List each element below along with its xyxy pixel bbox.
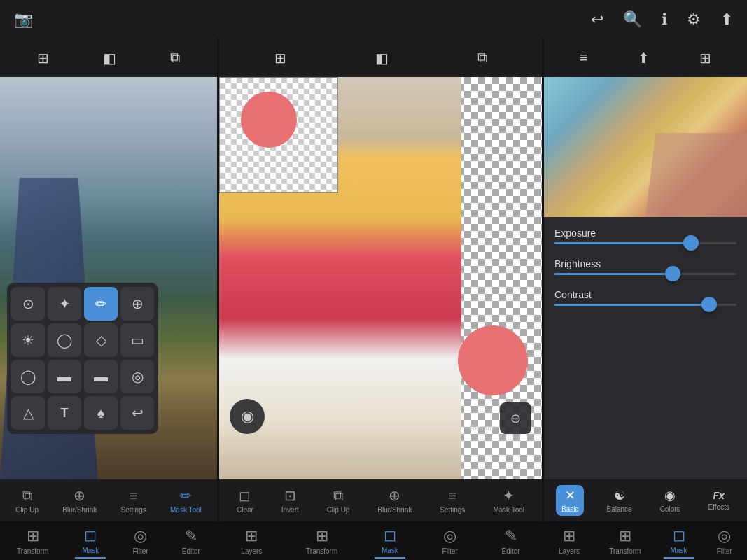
mask-tool-left[interactable]: ✏ Mask Tool — [165, 484, 207, 517]
mask-nav-label: Mask — [382, 547, 398, 554]
left-bottom-toolbar: ⧉ Clip Up ⊕ Blur/Shrink ≡ Settings ✏ Mas… — [0, 479, 217, 522]
clear-label: Clear — [237, 506, 253, 514]
editor-tab-middle[interactable]: ✎ Editor — [495, 524, 527, 558]
camera-icon[interactable]: 📷 — [14, 10, 33, 29]
exposure-track[interactable] — [554, 242, 736, 244]
custom-shape-tool[interactable]: ◇ — [84, 323, 118, 357]
mask-tab-left[interactable]: ◻ Mask — [75, 524, 106, 559]
left-nav-tabs: ⊞ Transform ◻ Mask ◎ Filter ✎ Editor — [0, 522, 217, 560]
editor-nav-icon: ✎ — [505, 527, 517, 545]
brightness-fill — [554, 273, 673, 275]
clip-up-left[interactable]: ⧉ Clip Up — [10, 485, 44, 517]
colors-label: Colors — [660, 505, 680, 513]
settings-middle[interactable]: ≡ Settings — [434, 485, 470, 517]
contrast-track[interactable] — [554, 304, 736, 306]
right-photo — [544, 77, 747, 217]
balance-btn[interactable]: ☯ Balance — [601, 485, 637, 516]
mask-tab-middle[interactable]: ◻ Mask — [375, 524, 405, 559]
effects-label: Effects — [708, 503, 729, 511]
transform-tab-middle[interactable]: ⊞ Transform — [299, 524, 344, 558]
clip-up-middle[interactable]: ⧉ Clip Up — [321, 485, 356, 517]
settings-icon[interactable]: ⚙ — [687, 10, 701, 29]
clear-middle[interactable]: ◻ Clear — [231, 484, 259, 517]
radial-tool[interactable]: ◎ — [120, 360, 154, 393]
editor-icon-left: ✎ — [185, 527, 197, 545]
mask-tool-label-middle: Mask Tool — [493, 506, 524, 514]
basic-btn[interactable]: ✕ Basic — [556, 485, 584, 516]
clip-up-icon-middle: ⧉ — [333, 488, 343, 504]
layer-thumbnail — [219, 77, 338, 192]
filter-tab-left[interactable]: ◎ Filter — [125, 524, 155, 558]
search-icon[interactable]: 🔍 — [623, 10, 642, 29]
invert-label: Invert — [281, 506, 299, 514]
grid-icon-right[interactable]: ⊞ — [696, 46, 715, 70]
settings-label: Settings — [121, 506, 146, 514]
effects-icon: Fx — [713, 490, 725, 501]
mask-tool-middle[interactable]: ✦ Mask Tool — [487, 484, 530, 517]
ellipse-tool[interactable]: ◯ — [11, 360, 45, 393]
filter-label-left: Filter — [132, 547, 148, 555]
filter-tab-middle[interactable]: ◎ Filter — [435, 524, 465, 558]
mask-btn-circle-minus[interactable]: ⊖ — [500, 402, 531, 434]
layers-icon-middle[interactable]: ◧ — [372, 46, 392, 70]
thumb-bg — [220, 78, 337, 192]
share-icon-right[interactable]: ⬆ — [634, 46, 653, 70]
transform-label: Transform — [17, 547, 48, 555]
gradient-tool[interactable]: ☀ — [11, 323, 45, 357]
share-icon[interactable]: ⬆ — [720, 10, 733, 29]
middle-nav-tabs: ⊞ Layers ⊞ Transform ◻ Mask ◎ Filter ✎ E… — [219, 522, 542, 560]
transform-tab-left[interactable]: ⊞ Transform — [10, 524, 55, 558]
speech-tool[interactable]: ◯ — [48, 323, 81, 357]
layers-tab-middle[interactable]: ⊞ Layers — [234, 524, 269, 558]
mask-tab-right[interactable]: ◻ Mask — [664, 524, 694, 559]
list-icon-right[interactable]: ≡ — [576, 46, 592, 69]
undo-icon[interactable]: ↩ — [591, 10, 603, 29]
exposure-thumb[interactable] — [683, 235, 699, 251]
editor-tab-left[interactable]: ✎ Editor — [175, 524, 207, 558]
magic-tool[interactable]: ✦ — [48, 287, 81, 321]
info-icon[interactable]: ℹ — [662, 10, 667, 29]
spade-tool[interactable]: ♠ — [84, 396, 118, 430]
filter-tab-right[interactable]: ◎ Filter — [710, 524, 739, 558]
right-nav-tabs: ⊞ Layers ⊞ Transform ◻ Mask ◎ Filter — [544, 522, 747, 560]
brightness-track[interactable] — [554, 273, 736, 275]
bar2-tool[interactable]: ▬ — [84, 360, 118, 393]
mask-nav-icon: ◻ — [384, 526, 396, 545]
restore-label: Restore — [469, 424, 496, 432]
layers-icon-nav-right: ⊞ — [563, 527, 575, 545]
settings-label-middle: Settings — [440, 506, 465, 514]
brightness-thumb[interactable] — [665, 266, 680, 281]
filter-icon-nav-right: ◎ — [718, 527, 731, 545]
middle-panel-topbar: ⊞ ◧ ⧉ — [219, 38, 542, 77]
refine-tool[interactable]: ⊕ — [120, 287, 154, 321]
mask-btn-erase[interactable]: ◉ — [230, 399, 265, 434]
grid-icon-middle[interactable]: ⊞ — [271, 46, 290, 70]
effects-btn[interactable]: Fx Effects — [703, 487, 735, 514]
invert-middle[interactable]: ⊡ Invert — [276, 484, 305, 517]
grid-icon-left[interactable]: ⊞ — [34, 46, 53, 70]
blur-shrink-left[interactable]: ⊕ Blur/Shrink — [57, 484, 102, 517]
filter-nav-icon: ◎ — [443, 527, 456, 545]
left-panel: ⊞ ◧ ⧉ ⊙ ✦ ✏ ⊕ ☀ ◯ ◇ ▭ ◯ ▬ ▬ ◎ — [0, 38, 217, 560]
transform-tab-right[interactable]: ⊞ Transform — [602, 524, 648, 558]
bar1-tool[interactable]: ▬ — [48, 360, 81, 393]
filter-icon-left: ◎ — [134, 527, 147, 545]
arrow-tool[interactable]: ↩ — [120, 396, 154, 430]
basic-icon: ✕ — [565, 488, 575, 503]
text-tool[interactable]: T — [48, 396, 81, 430]
layer-add-icon-middle[interactable]: ⧉ — [474, 46, 491, 69]
invert-icon: ⊡ — [284, 487, 296, 504]
rect-tool[interactable]: ▭ — [120, 323, 154, 357]
exposure-row: Exposure — [554, 227, 736, 244]
contrast-thumb[interactable] — [701, 297, 717, 312]
layers-tab-right[interactable]: ⊞ Layers — [552, 524, 587, 558]
colors-btn[interactable]: ◉ Colors — [655, 485, 686, 516]
settings-left[interactable]: ≡ Settings — [116, 485, 152, 517]
blur-shrink-middle[interactable]: ⊕ Blur/Shrink — [372, 484, 417, 517]
balance-icon: ☯ — [614, 488, 625, 503]
layer-add-icon-left[interactable]: ⧉ — [167, 46, 183, 69]
brush-tool[interactable]: ✏ — [84, 287, 118, 321]
layers-icon-left[interactable]: ◧ — [99, 46, 120, 70]
lasso-tool[interactable]: ⊙ — [11, 287, 45, 321]
triangle-tool[interactable]: △ — [11, 396, 45, 430]
